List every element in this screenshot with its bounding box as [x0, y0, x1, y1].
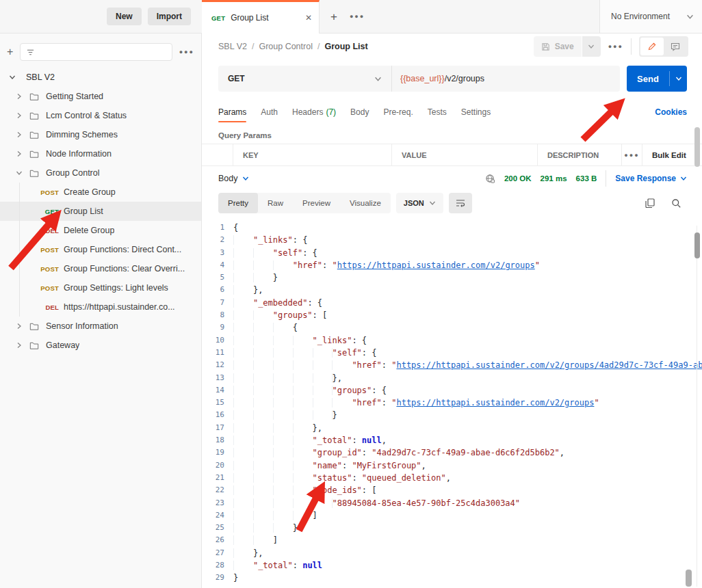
new-button[interactable]: New: [107, 8, 142, 25]
url-input[interactable]: {{base_url}}/v2/groups: [392, 66, 620, 92]
status-badge[interactable]: 200 OK: [504, 174, 532, 183]
bulk-edit-button[interactable]: Bulk Edit: [642, 144, 702, 165]
code-line: 1{: [202, 222, 702, 234]
wrap-text-button[interactable]: [449, 193, 472, 213]
wrap-text-icon: [456, 199, 465, 207]
sidebar-request-item[interactable]: POSTGroup Functions: Clear Overri...: [0, 259, 201, 278]
save-button[interactable]: Save: [534, 36, 582, 57]
column-description[interactable]: DESCRIPTION: [537, 144, 621, 165]
tab-settings[interactable]: Settings: [461, 98, 491, 126]
sidebar-request-item[interactable]: DELDelete Group: [0, 221, 201, 240]
chevron-right-icon[interactable]: [16, 131, 23, 138]
response-body-dropdown[interactable]: Body: [218, 174, 249, 183]
tab-params[interactable]: Params: [218, 98, 246, 126]
line-number: 4: [202, 259, 233, 271]
chevron-right-icon[interactable]: [16, 112, 23, 119]
save-options-button[interactable]: [582, 36, 601, 57]
sidebar-request-item[interactable]: POSTCreate Group: [0, 183, 201, 202]
folder-label: Lcm Control & Status: [46, 111, 127, 120]
import-button[interactable]: Import: [148, 8, 191, 25]
response-size[interactable]: 633 B: [576, 174, 597, 183]
chevron-right-icon[interactable]: [16, 93, 23, 100]
chevron-down-icon[interactable]: [9, 74, 16, 81]
sidebar-options-icon[interactable]: ●●●: [179, 49, 194, 55]
method-badge: POST: [38, 265, 59, 273]
code-line: 22 "node_ids": [: [202, 484, 702, 496]
sidebar-request-item[interactable]: GETGroup List: [0, 202, 201, 221]
horizontal-scrollbar[interactable]: [686, 570, 692, 587]
breadcrumb: SBL V2/Group Control/Group List: [218, 42, 368, 51]
network-globe-icon[interactable]: [485, 174, 495, 184]
chevron-right-icon[interactable]: [16, 342, 23, 349]
format-select[interactable]: JSON: [396, 193, 443, 213]
new-collection-icon[interactable]: +: [7, 46, 13, 57]
view-tab-raw[interactable]: Raw: [258, 193, 293, 213]
copy-button[interactable]: [645, 198, 655, 209]
tab-options-icon[interactable]: ●●●: [350, 13, 365, 20]
line-number: 2: [202, 234, 233, 246]
workspace-actions: New Import: [0, 0, 202, 33]
request-options-icon[interactable]: ●●●: [608, 43, 623, 50]
line-number: 23: [202, 497, 233, 509]
folder-label: Group Control: [46, 168, 100, 178]
response-view-tabs: PrettyRawPreviewVisualize: [218, 193, 391, 213]
collection-sbl-v2[interactable]: SBL V2: [0, 68, 201, 87]
tab-tests[interactable]: Tests: [428, 98, 447, 126]
sidebar-request-item[interactable]: POSTGroup Settings: Light levels: [0, 278, 201, 297]
sidebar-request-item[interactable]: DELhttps://httpapi.sustainder.co...: [0, 297, 201, 317]
edit-mode-button[interactable]: [640, 38, 664, 55]
sidebar-folder-item[interactable]: Group Control: [0, 163, 201, 183]
sidebar-folder-item[interactable]: Sensor Information: [0, 317, 201, 336]
search-button[interactable]: [671, 198, 681, 209]
headers-count-badge: (7): [326, 107, 336, 117]
line-number: 11: [202, 347, 233, 359]
sidebar-folder-item[interactable]: Getting Started: [0, 87, 201, 106]
view-tab-visualize[interactable]: Visualize: [340, 193, 391, 213]
query-params-table: KEY VALUE DESCRIPTION ●●● Bulk Edit: [202, 144, 702, 166]
tab-body[interactable]: Body: [350, 98, 369, 126]
column-key[interactable]: KEY: [233, 144, 391, 165]
chevron-right-icon[interactable]: [16, 150, 23, 157]
add-tab-icon[interactable]: +: [330, 11, 337, 23]
sidebar-request-item[interactable]: POSTGroup Functions: Direct Cont...: [0, 240, 201, 259]
send-button[interactable]: Send: [627, 66, 669, 92]
tab-auth[interactable]: Auth: [261, 98, 278, 126]
sidebar-folder-item[interactable]: Gateway: [0, 336, 201, 355]
view-tab-pretty[interactable]: Pretty: [218, 193, 258, 213]
folder-icon: [29, 322, 39, 331]
sidebar-folder-item[interactable]: Node Information: [0, 144, 201, 163]
breadcrumb-item[interactable]: Group List: [324, 42, 367, 51]
response-scrollbar[interactable]: [694, 232, 700, 258]
comments-button[interactable]: [664, 38, 687, 55]
column-value[interactable]: VALUE: [391, 144, 537, 165]
close-tab-icon[interactable]: ✕: [305, 13, 312, 23]
sidebar-folder-item[interactable]: Dimming Schemes: [0, 125, 201, 144]
tab-headers[interactable]: Headers(7): [292, 98, 336, 126]
params-scrollbar[interactable]: [694, 127, 700, 167]
chevron-right-icon[interactable]: [16, 323, 23, 330]
request-tab[interactable]: GET Group List ✕: [202, 0, 320, 34]
response-code[interactable]: 1{2 "_links": {3 "self": {4 "href": "htt…: [202, 217, 702, 588]
column-options-icon[interactable]: ●●●: [621, 144, 642, 165]
save-response-button[interactable]: Save Response: [615, 174, 687, 183]
search-input[interactable]: [20, 43, 172, 61]
cookies-link[interactable]: Cookies: [655, 107, 687, 117]
code-line: 27 },: [202, 547, 702, 559]
code-line: 26 ]: [202, 534, 702, 546]
scrollbar-track: [697, 226, 697, 587]
method-select[interactable]: GET: [218, 66, 392, 92]
view-tab-preview[interactable]: Preview: [293, 193, 340, 213]
send-options-button[interactable]: [670, 66, 687, 92]
line-number: 17: [202, 422, 233, 434]
breadcrumb-item[interactable]: SBL V2: [218, 42, 247, 51]
send-split-button: Send: [627, 66, 687, 92]
chevron-down-icon[interactable]: [16, 170, 23, 176]
response-time[interactable]: 291 ms: [541, 174, 567, 183]
method-value: GET: [228, 74, 245, 83]
environment-selector[interactable]: No Environment: [599, 0, 702, 33]
code-line: 2 "_links": {: [202, 234, 702, 246]
sidebar-folder-item[interactable]: Lcm Control & Status: [0, 106, 201, 125]
tab-pre-req-[interactable]: Pre-req.: [383, 98, 413, 126]
breadcrumb-item[interactable]: Group Control: [259, 42, 313, 51]
request-label: Delete Group: [64, 226, 114, 235]
